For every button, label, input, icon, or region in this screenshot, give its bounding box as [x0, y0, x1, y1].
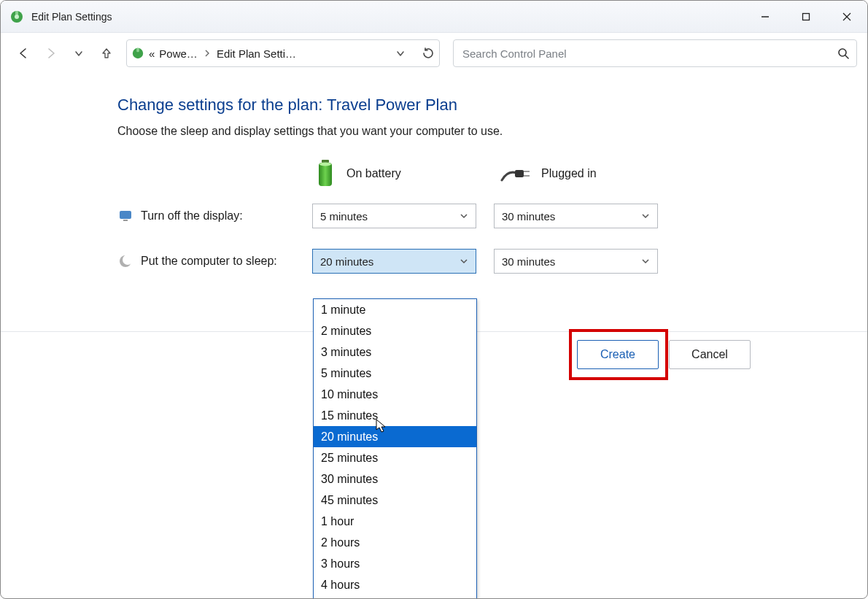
- content: Change settings for the plan: Travel Pow…: [1, 74, 867, 274]
- sleep-battery-select[interactable]: 20 minutes: [312, 249, 476, 274]
- chevron-down-icon: [460, 257, 468, 266]
- toolbar: « Powe… Edit Plan Setti…: [1, 33, 867, 74]
- svg-point-2: [15, 15, 19, 19]
- up-button[interactable]: [94, 41, 119, 66]
- sleep-plugged-select[interactable]: 30 minutes: [494, 249, 658, 274]
- svg-rect-11: [322, 160, 329, 163]
- close-button[interactable]: [826, 1, 867, 33]
- power-plan-icon: [131, 47, 144, 60]
- select-value: 30 minutes: [502, 210, 555, 223]
- select-value: 30 minutes: [502, 255, 555, 268]
- create-button[interactable]: Create: [577, 340, 659, 369]
- search-box[interactable]: [453, 39, 857, 67]
- dropdown-option[interactable]: 25 minutes: [314, 447, 476, 468]
- svg-rect-18: [123, 220, 128, 221]
- dropdown-option[interactable]: 1 hour: [314, 511, 476, 532]
- svg-rect-17: [120, 211, 131, 219]
- breadcrumb-seg2[interactable]: Edit Plan Setti…: [217, 47, 296, 60]
- column-plugged-in: Plugged in: [500, 163, 664, 185]
- row-turn-off-display: Turn off the display: 5 minutes 30 minut…: [117, 204, 867, 228]
- chevron-down-icon: [641, 212, 650, 220]
- chevron-down-icon: [460, 212, 468, 220]
- power-plan-icon: [9, 9, 24, 24]
- dropdown-option[interactable]: 30 minutes: [314, 468, 476, 490]
- window-controls: [745, 1, 867, 33]
- dropdown-option[interactable]: 1 minute: [314, 299, 476, 320]
- plug-icon: [500, 163, 531, 185]
- dropdown-option[interactable]: 10 minutes: [314, 384, 476, 405]
- forward-button[interactable]: [39, 41, 63, 66]
- select-value: 5 minutes: [320, 210, 368, 223]
- dropdown-option[interactable]: 20 minutes: [314, 426, 476, 447]
- breadcrumb-seg1[interactable]: Powe…: [159, 47, 198, 60]
- dropdown-option[interactable]: 45 minutes: [314, 490, 476, 511]
- page-subtitle: Choose the sleep and display settings th…: [117, 125, 867, 138]
- svg-line-10: [845, 55, 848, 58]
- chevron-down-icon[interactable]: [395, 48, 406, 58]
- column-label: Plugged in: [541, 167, 597, 180]
- cancel-button[interactable]: Cancel: [669, 340, 751, 369]
- display-plugged-select[interactable]: 30 minutes: [494, 204, 658, 228]
- svg-rect-14: [515, 170, 524, 177]
- moon-icon: [117, 253, 133, 269]
- battery-icon: [314, 158, 336, 189]
- recent-locations-button[interactable]: [66, 41, 91, 66]
- display-icon: [117, 208, 133, 224]
- minimize-button[interactable]: [745, 1, 786, 33]
- row-sleep: Put the computer to sleep: 20 minutes 30…: [117, 249, 867, 274]
- dropdown-option[interactable]: 2 minutes: [314, 320, 476, 341]
- display-battery-select[interactable]: 5 minutes: [312, 204, 476, 228]
- column-headers: On battery Plugged in: [314, 158, 867, 189]
- dropdown-option[interactable]: 5 minutes: [314, 363, 476, 384]
- dropdown-option[interactable]: 3 hours: [314, 553, 476, 574]
- row-label: Put the computer to sleep:: [141, 255, 312, 268]
- svg-point-13: [319, 163, 331, 166]
- button-label: Create: [600, 348, 635, 361]
- button-label: Cancel: [691, 348, 728, 361]
- titlebar: Edit Plan Settings: [1, 1, 867, 33]
- page-title: Change settings for the plan: Travel Pow…: [117, 96, 867, 115]
- breadcrumb-trunc: «: [149, 47, 155, 60]
- column-on-battery: On battery: [314, 158, 478, 189]
- dropdown-option[interactable]: 3 minutes: [314, 341, 476, 363]
- maximize-button[interactable]: [786, 1, 826, 33]
- column-label: On battery: [346, 167, 401, 180]
- svg-rect-8: [136, 48, 139, 52]
- window-title: Edit Plan Settings: [31, 11, 112, 23]
- svg-rect-12: [319, 163, 332, 186]
- window: Edit Plan Settings: [0, 0, 868, 599]
- svg-point-20: [123, 255, 133, 265]
- dropdown-option[interactable]: 2 hours: [314, 532, 476, 553]
- refresh-button[interactable]: [422, 47, 435, 60]
- dropdown-option[interactable]: 4 hours: [314, 574, 476, 595]
- chevron-down-icon: [641, 257, 650, 266]
- row-label: Turn off the display:: [141, 209, 312, 223]
- svg-rect-4: [803, 13, 810, 20]
- back-button[interactable]: [11, 41, 36, 66]
- search-icon[interactable]: [837, 47, 849, 59]
- search-input[interactable]: [461, 47, 837, 61]
- chevron-right-icon[interactable]: [202, 50, 212, 57]
- select-value: 20 minutes: [320, 255, 373, 268]
- sleep-battery-dropdown[interactable]: 1 minute2 minutes3 minutes5 minutes10 mi…: [313, 298, 477, 599]
- address-bar[interactable]: « Powe… Edit Plan Setti…: [126, 39, 440, 67]
- dropdown-option[interactable]: 15 minutes: [314, 405, 476, 426]
- dropdown-option[interactable]: 5 hours: [314, 595, 476, 599]
